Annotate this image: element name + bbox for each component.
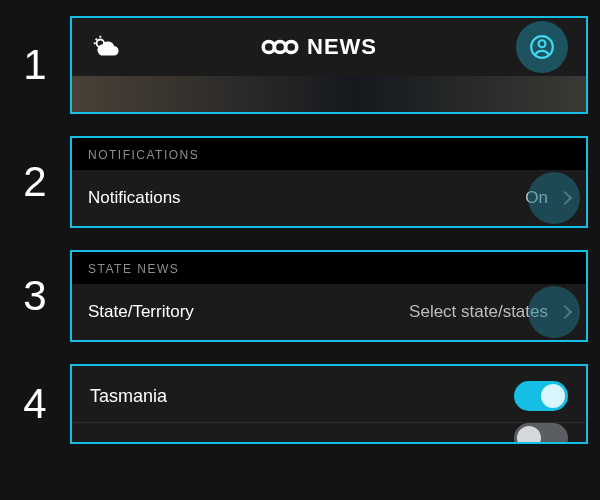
toggle-switch[interactable] xyxy=(514,381,568,411)
weather-icon[interactable] xyxy=(90,32,120,62)
brand-text: NEWS xyxy=(307,34,377,60)
state-label: Tasmania xyxy=(90,386,167,407)
hero-image-strip xyxy=(72,76,586,114)
notifications-row-label: Notifications xyxy=(88,188,181,208)
app-brand: NEWS xyxy=(259,34,377,60)
abc-logo-icon xyxy=(259,37,301,57)
header-panel: NEWS xyxy=(70,16,588,114)
chevron-right-icon xyxy=(558,191,572,205)
state-territory-row[interactable]: State/Territory Select state/states xyxy=(72,284,586,340)
state-row-next[interactable] xyxy=(72,422,586,442)
notifications-section-header: NOTIFICATIONS xyxy=(72,138,586,170)
svg-point-5 xyxy=(539,40,546,47)
account-button[interactable] xyxy=(516,21,568,73)
notifications-row[interactable]: Notifications On xyxy=(72,170,586,226)
toggle-switch[interactable] xyxy=(514,423,568,443)
state-list-panel: Tasmania xyxy=(70,364,588,444)
step-number-1: 1 xyxy=(0,16,70,114)
step-number-3: 3 xyxy=(0,250,70,342)
state-news-panel: STATE NEWS State/Territory Select state/… xyxy=(70,250,588,342)
notifications-row-value: On xyxy=(525,188,548,208)
state-row-tasmania[interactable]: Tasmania xyxy=(72,370,586,422)
step-number-2: 2 xyxy=(0,136,70,228)
svg-line-3 xyxy=(96,39,97,40)
state-territory-label: State/Territory xyxy=(88,302,194,322)
notifications-panel: NOTIFICATIONS Notifications On xyxy=(70,136,588,228)
state-territory-value: Select state/states xyxy=(409,302,548,322)
chevron-right-icon xyxy=(558,305,572,319)
step-number-4: 4 xyxy=(0,364,70,444)
state-news-section-header: STATE NEWS xyxy=(72,252,586,284)
